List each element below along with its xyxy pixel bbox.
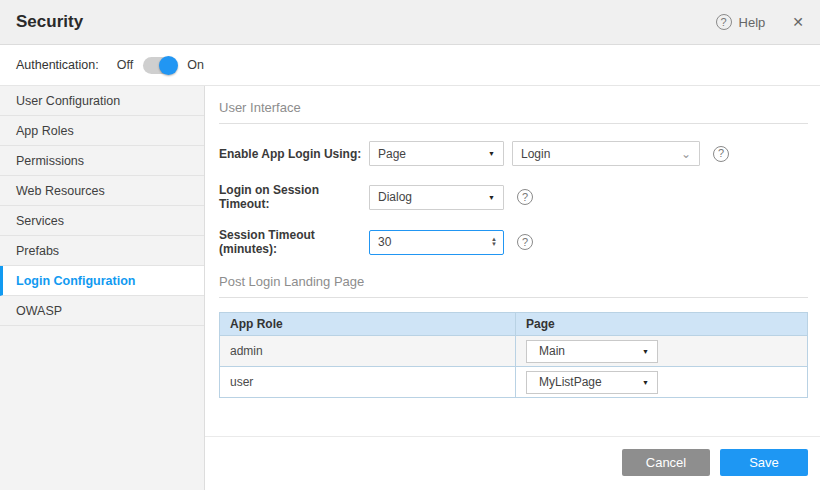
footer-actions: Cancel Save: [205, 436, 820, 490]
post-login-landing-table: App Role Page admin Main ▼ user: [219, 312, 808, 398]
session-timeout-mode-label: Login on Session Timeout:: [219, 183, 369, 211]
main-panel: User Interface Enable App Login Using: P…: [205, 86, 820, 490]
page-title: Security: [16, 12, 83, 32]
user-page-select[interactable]: MyListPage ▼: [526, 371, 658, 394]
help-icon[interactable]: ?: [716, 14, 732, 30]
toggle-off-label: Off: [117, 58, 133, 72]
dropdown-arrow-icon: ▼: [642, 379, 649, 386]
sidebar-item-prefabs[interactable]: Prefabs: [0, 236, 204, 266]
save-button[interactable]: Save: [720, 449, 808, 476]
app-role-cell: user: [220, 367, 516, 398]
login-type-value: Page: [378, 147, 406, 161]
toggle-knob-icon: [159, 56, 178, 75]
content: User Configuration App Roles Permissions…: [0, 86, 820, 490]
titlebar: Security ? Help ✕: [0, 0, 820, 45]
dropdown-arrow-icon: ▼: [488, 194, 495, 201]
sidebar-item-services[interactable]: Services: [0, 206, 204, 236]
sidebar: User Configuration App Roles Permissions…: [0, 86, 205, 490]
field-login-on-session-timeout: Login on Session Timeout: Dialog ▼ ?: [219, 183, 808, 211]
section-title-post-login: Post Login Landing Page: [219, 274, 808, 298]
table-row: admin Main ▼: [220, 336, 808, 367]
session-timeout-help-icon[interactable]: ?: [517, 234, 533, 250]
sidebar-item-user-configuration[interactable]: User Configuration: [0, 86, 204, 116]
admin-page-select[interactable]: Main ▼: [526, 340, 658, 363]
field-session-timeout-minutes: Session Timeout (minutes): ▲ ▼ ?: [219, 228, 808, 256]
sidebar-item-permissions[interactable]: Permissions: [0, 146, 204, 176]
cancel-button[interactable]: Cancel: [622, 449, 710, 476]
spinner-down-icon[interactable]: ▼: [491, 242, 497, 247]
login-page-combo[interactable]: Login ⌄: [512, 141, 700, 166]
enable-app-login-label: Enable App Login Using:: [219, 147, 369, 161]
session-timeout-mode-value: Dialog: [378, 190, 412, 204]
app-role-cell: admin: [220, 336, 516, 367]
authentication-row: Authentication: Off On: [0, 45, 820, 86]
titlebar-actions: ? Help ✕: [716, 14, 804, 30]
sidebar-item-web-resources[interactable]: Web Resources: [0, 176, 204, 206]
close-icon[interactable]: ✕: [792, 14, 804, 30]
sidebar-item-login-configuration[interactable]: Login Configuration: [0, 266, 204, 296]
login-type-select[interactable]: Page ▼: [369, 141, 504, 166]
session-timeout-mode-help-icon[interactable]: ?: [517, 189, 533, 205]
toggle-on-label: On: [187, 58, 204, 72]
dropdown-arrow-icon: ▼: [488, 150, 495, 157]
session-timeout-mode-select[interactable]: Dialog ▼: [369, 185, 504, 210]
admin-page-value: Main: [539, 344, 565, 358]
help-label[interactable]: Help: [739, 15, 766, 30]
number-stepper[interactable]: ▲ ▼: [491, 237, 497, 247]
sidebar-item-app-roles[interactable]: App Roles: [0, 116, 204, 146]
user-page-value: MyListPage: [539, 375, 602, 389]
enable-app-login-help-icon[interactable]: ?: [713, 146, 729, 162]
session-timeout-input[interactable]: [378, 235, 491, 249]
column-header-page: Page: [516, 313, 808, 336]
authentication-toggle[interactable]: [143, 57, 177, 74]
login-page-value: Login: [521, 147, 550, 161]
table-row: user MyListPage ▼: [220, 367, 808, 398]
column-header-app-role: App Role: [220, 313, 516, 336]
authentication-label: Authentication:: [16, 58, 99, 72]
dropdown-arrow-icon: ▼: [642, 348, 649, 355]
section-title-user-interface: User Interface: [219, 100, 808, 124]
table-header-row: App Role Page: [220, 313, 808, 336]
session-timeout-minutes-label: Session Timeout (minutes):: [219, 228, 369, 256]
field-enable-app-login: Enable App Login Using: Page ▼ Login ⌄ ?: [219, 141, 808, 166]
session-timeout-input-wrap: ▲ ▼: [369, 230, 504, 255]
sidebar-item-owasp[interactable]: OWASP: [0, 296, 204, 326]
